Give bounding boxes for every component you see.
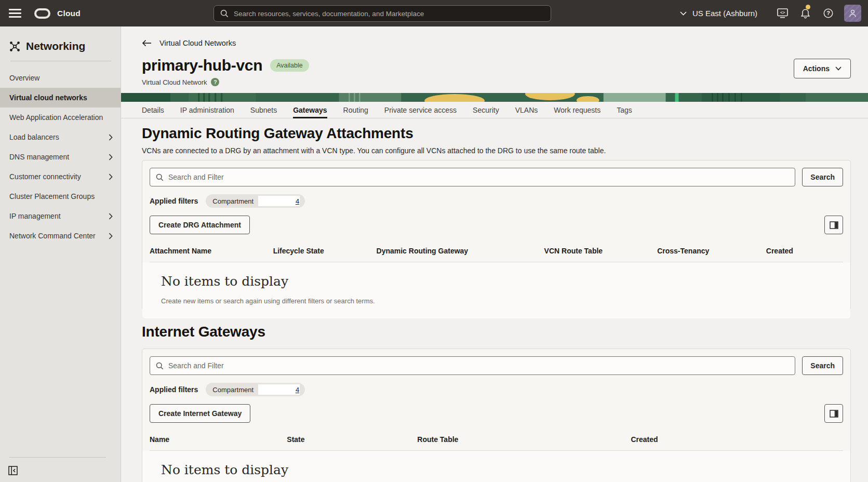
drg-search-button[interactable]: Search (802, 168, 843, 186)
sidebar-item-load-balancers[interactable]: Load balancers (0, 127, 121, 147)
sidebar-item-label: Overview (9, 74, 39, 82)
compartment-filter-chip[interactable]: Compartment 4 (206, 194, 305, 208)
decorative-banner (121, 93, 868, 102)
column-header-cross-tenancy: Cross-Tenancy (657, 247, 766, 255)
region-selector[interactable]: US East (Ashburn) (680, 9, 757, 18)
sidebar-item-label: Web Application Acceleration (9, 113, 103, 122)
svg-text:<>: <> (780, 10, 785, 15)
empty-state-message: Create new items or search again using d… (161, 297, 832, 305)
igw-table-header: Name State Route Table Created (150, 435, 843, 451)
sidebar-item-network-command-center[interactable]: Network Command Center (0, 226, 121, 246)
column-header-route-table: Route Table (417, 435, 631, 444)
filter-chip-name: Compartment (212, 197, 253, 205)
chevron-down-icon (680, 11, 687, 16)
collapse-sidebar-button[interactable] (8, 466, 18, 475)
create-internet-gateway-button[interactable]: Create Internet Gateway (150, 404, 250, 423)
breadcrumb[interactable]: Virtual Cloud Networks (142, 39, 236, 47)
breadcrumb-link[interactable]: Virtual Cloud Networks (159, 39, 236, 47)
drg-empty-state: No items to display Create new items or … (142, 262, 850, 318)
igw-section-title: Internet Gateways (142, 324, 265, 340)
global-search-bar[interactable] (213, 5, 551, 22)
resource-type-label: Virtual Cloud Network (142, 78, 207, 86)
tab-private-service-access[interactable]: Private service access (384, 102, 457, 118)
tab-work-requests[interactable]: Work requests (554, 102, 600, 118)
sidebar-title: Networking (26, 40, 85, 52)
notification-badge-dot (806, 5, 810, 9)
internet-gateways-panel: Search Applied filters Compartment 4 Cre… (142, 349, 851, 482)
cloud-shell-icon: <> (777, 8, 788, 18)
table-columns-icon (830, 410, 838, 418)
sidebar-item-web-application-acceleration[interactable]: Web Application Acceleration (0, 108, 121, 127)
user-icon (849, 9, 857, 18)
column-header-name: Name (150, 435, 287, 444)
sidebar-item-customer-connectivity[interactable]: Customer connectivity (0, 167, 121, 186)
chevron-right-icon (109, 134, 113, 141)
sidebar-item-dns-management[interactable]: DNS management (0, 147, 121, 167)
sidebar-item-cluster-placement-groups[interactable]: Cluster Placement Groups (0, 186, 121, 206)
sidebar-item-label: Customer connectivity (9, 172, 81, 181)
main-content: Virtual Cloud Networks primary-hub-vcn A… (121, 26, 868, 482)
column-header-vcn-route-table: VCN Route Table (544, 247, 658, 255)
drg-column-settings-button[interactable] (824, 216, 843, 234)
tab-routing[interactable]: Routing (343, 102, 368, 118)
tab-security[interactable]: Security (473, 102, 499, 118)
tab-bar: Details IP administration Subnets Gatewa… (121, 102, 868, 118)
empty-state-title: No items to display (161, 274, 832, 289)
chevron-down-icon (835, 66, 842, 71)
igw-search-field[interactable] (150, 356, 795, 375)
back-arrow-icon (142, 39, 152, 47)
column-header-attachment-name: Attachment Name (150, 247, 273, 255)
drg-search-input[interactable] (168, 173, 789, 181)
tab-gateways[interactable]: Gateways (293, 102, 327, 118)
tab-subnets[interactable]: Subnets (250, 102, 277, 118)
drg-table-header: Attachment Name Lifecycle State Dynamic … (150, 247, 843, 262)
actions-button[interactable]: Actions (794, 59, 851, 78)
drg-section-title: Dynamic Routing Gateway Attachments (142, 125, 413, 142)
tab-tags[interactable]: Tags (617, 102, 632, 118)
igw-column-settings-button[interactable] (824, 404, 843, 423)
sidebar-item-virtual-cloud-networks[interactable]: Virtual cloud networks (0, 88, 121, 108)
sidebar-item-label: Network Command Center (9, 232, 96, 240)
igw-search-button[interactable]: Search (802, 356, 843, 375)
user-avatar[interactable] (844, 5, 861, 22)
sidebar-item-label: IP management (9, 212, 61, 220)
help-icon: ? (823, 8, 833, 18)
sidebar-item-label: Virtual cloud networks (9, 93, 87, 102)
filter-chip-link[interactable]: 4 (296, 386, 299, 394)
empty-state-title: No items to display (161, 462, 832, 477)
actions-button-label: Actions (803, 64, 830, 73)
notifications-button[interactable] (794, 8, 817, 19)
tab-vlans[interactable]: VLANs (515, 102, 538, 118)
tab-details[interactable]: Details (142, 102, 164, 118)
oracle-cloud-logo[interactable]: Cloud (34, 8, 81, 19)
filter-chip-link[interactable]: 4 (296, 197, 299, 205)
drg-search-field[interactable] (150, 168, 795, 186)
igw-search-input[interactable] (168, 362, 789, 370)
sidebar-item-label: DNS management (9, 153, 69, 161)
sidebar-item-label: Cluster Placement Groups (9, 192, 95, 200)
tab-ip-administration[interactable]: IP administration (180, 102, 234, 118)
create-drg-attachment-button[interactable]: Create DRG Attachment (150, 216, 250, 234)
drg-attachments-panel: Search Applied filters Compartment 4 Cre… (142, 160, 851, 311)
subtitle-help-icon[interactable]: ? (211, 78, 219, 86)
sidebar-item-overview[interactable]: Overview (0, 68, 121, 88)
cloud-shell-button[interactable]: <> (771, 8, 794, 18)
compartment-filter-chip[interactable]: Compartment 4 (206, 383, 305, 396)
chevron-right-icon (109, 173, 113, 180)
applied-filters-label: Applied filters (150, 197, 198, 205)
chevron-right-icon (109, 233, 113, 239)
help-button[interactable]: ? (817, 8, 839, 18)
column-header-created: Created (766, 247, 843, 255)
svg-text:?: ? (826, 10, 830, 16)
filter-chip-name: Compartment (212, 386, 253, 394)
applied-filters-label: Applied filters (150, 385, 198, 394)
search-icon (220, 9, 229, 18)
sidebar-item-label: Load balancers (9, 133, 59, 141)
global-search-input[interactable] (234, 10, 544, 18)
sidebar-item-ip-management[interactable]: IP management (0, 206, 121, 226)
chevron-right-icon (109, 213, 113, 220)
column-header-state: State (287, 435, 417, 444)
column-header-lifecycle-state: Lifecycle State (273, 247, 377, 255)
sidebar-divider (10, 61, 111, 61)
hamburger-menu-icon[interactable] (9, 9, 21, 18)
